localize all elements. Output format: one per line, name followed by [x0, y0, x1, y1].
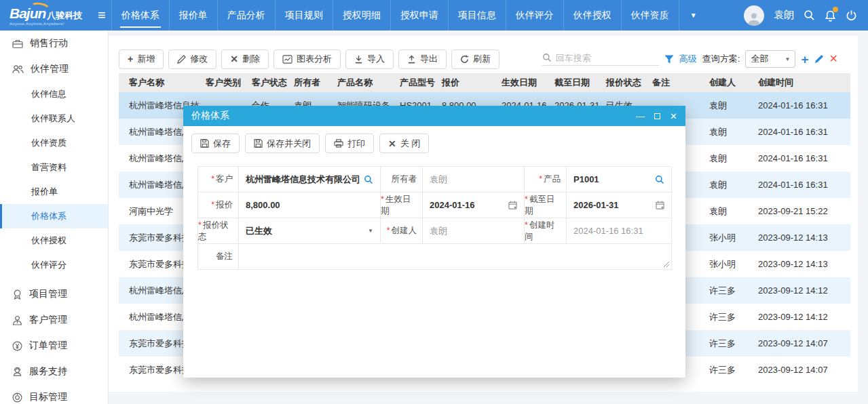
add-button[interactable]: + 新增 [119, 49, 164, 69]
column-header[interactable]: 报价状态 [601, 73, 647, 92]
menu-toggle-icon[interactable]: ≡ [98, 7, 106, 23]
table-cell[interactable]: 2024-01-16 16:31 [753, 171, 850, 198]
product-field[interactable]: P1001 [567, 167, 672, 193]
nav-tab[interactable]: 项目信息 [448, 0, 506, 31]
refresh-button[interactable]: 刷新 [451, 49, 499, 69]
column-header[interactable]: 所有者 [288, 73, 332, 92]
nav-tab[interactable]: 授权申请 [390, 0, 448, 31]
table-cell[interactable]: 袁朗 [704, 171, 753, 198]
search-input[interactable] [556, 53, 651, 63]
table-cell[interactable]: 张小明 [704, 251, 753, 277]
table-cell[interactable]: 2023-09-12 14:12 [753, 277, 850, 304]
customer-field[interactable]: 杭州雷峰塔信息技术有限公司 [239, 167, 381, 193]
table-cell[interactable]: 许三多 [704, 304, 753, 330]
column-header[interactable]: 产品名称 [332, 73, 394, 92]
effective-date-field[interactable]: 2024-01-16 [423, 193, 525, 218]
sidebar-item-child[interactable]: 伙伴授权 [0, 228, 108, 253]
table-cell[interactable]: 2023-09-12 14:13 [753, 251, 850, 277]
sidebar-item-group[interactable]: 销售行动 [0, 31, 108, 56]
save-button[interactable]: 保存 [191, 134, 240, 153]
save-and-close-button[interactable]: 保存并关闭 [245, 134, 320, 153]
current-username[interactable]: 袁朗 [774, 9, 794, 22]
nav-tab[interactable]: 授权明细 [333, 0, 390, 31]
remark-textarea[interactable] [239, 244, 672, 270]
nav-more-tab[interactable]: ▼ [679, 0, 708, 31]
sidebar-item-group[interactable]: 服务支持 [0, 359, 108, 384]
nav-tab[interactable]: 伙伴评分 [506, 0, 563, 31]
calendar-icon[interactable] [508, 201, 517, 209]
column-header[interactable]: 生效日期 [496, 73, 549, 92]
column-header[interactable]: 截至日期 [549, 73, 601, 92]
customer-lookup-icon[interactable] [364, 175, 373, 184]
print-button[interactable]: 打印 [325, 134, 374, 153]
sidebar-item-group[interactable]: 项目管理 [0, 281, 108, 307]
close-button[interactable]: ✕ 关 闭 [379, 134, 429, 153]
sidebar-item-group[interactable]: 订单管理 [0, 333, 108, 359]
column-header[interactable]: 创建时间 [753, 73, 850, 92]
price-field[interactable]: 8,800.00 [239, 193, 381, 218]
column-header[interactable]: 产品型号 [394, 73, 436, 92]
nav-tab[interactable]: 产品分析 [217, 0, 275, 31]
maximize-icon[interactable] [654, 113, 660, 119]
dialog-titlebar[interactable]: 价格体系 — ✕ [183, 106, 685, 126]
avatar[interactable] [744, 5, 764, 26]
table-cell[interactable]: 2024-01-16 16:31 [753, 145, 850, 171]
delete-query-plan-icon[interactable]: ✕ [829, 54, 838, 64]
advanced-search-link[interactable]: 高级 [679, 53, 697, 65]
calendar-icon[interactable] [656, 201, 664, 209]
column-header[interactable]: 备注 [647, 73, 704, 92]
minimize-icon[interactable]: — [636, 112, 645, 121]
table-cell[interactable]: 2023-09-12 14:12 [753, 304, 850, 330]
nav-tab[interactable]: 伙伴资质 [621, 0, 679, 31]
column-header[interactable]: 报价 [436, 73, 496, 92]
column-header[interactable]: 客户类别 [200, 73, 246, 92]
chart-analysis-button[interactable]: 图表分析 [273, 49, 341, 69]
nav-tab[interactable]: 伙伴授权 [563, 0, 621, 31]
product-lookup-icon[interactable] [655, 175, 664, 184]
table-cell[interactable]: 许三多 [704, 277, 753, 304]
status-select[interactable]: 已生效 ▼ [239, 218, 381, 244]
sidebar-item-child[interactable]: 首营资料 [0, 155, 108, 180]
filter-funnel-icon[interactable] [664, 55, 674, 64]
table-cell[interactable]: 2023-09-21 15:22 [753, 198, 850, 224]
table-cell[interactable]: 张小明 [704, 224, 753, 251]
end-date-field[interactable]: 2026-01-31 [567, 193, 672, 218]
sidebar-item-child[interactable]: 伙伴评分 [0, 253, 108, 277]
table-cell[interactable]: 2023-09-12 14:07 [753, 357, 850, 383]
edit-button[interactable]: 修改 [168, 49, 216, 69]
table-cell[interactable]: 2024-01-16 16:31 [753, 92, 850, 119]
import-button[interactable]: 导入 [345, 49, 394, 69]
sidebar-item-child[interactable]: 价格体系 [0, 204, 108, 228]
sidebar-item-child[interactable]: 伙伴信息 [0, 82, 108, 106]
add-query-plan-icon[interactable]: + [801, 53, 808, 66]
nav-tab[interactable]: 价格体系 [111, 0, 169, 31]
sidebar-item-child[interactable]: 伙伴资质 [0, 131, 108, 155]
nav-tab[interactable]: 报价单 [169, 0, 217, 31]
column-header[interactable]: 创建人 [704, 73, 753, 92]
sidebar-item-group[interactable]: 伙伴管理 [0, 56, 108, 82]
sidebar-item-group[interactable]: 客户管理 [0, 307, 108, 333]
table-cell[interactable]: 袁朗 [704, 119, 753, 145]
edit-query-plan-icon[interactable] [814, 54, 824, 64]
power-icon[interactable] [846, 9, 857, 21]
column-header[interactable]: 客户状态 [246, 73, 288, 92]
table-cell[interactable]: 袁朗 [704, 198, 753, 224]
column-header[interactable]: 客户名称 [119, 73, 200, 92]
table-cell[interactable]: 2024-01-16 16:31 [753, 119, 850, 145]
resize-handle-icon[interactable] [662, 260, 669, 267]
table-cell[interactable]: 2023-09-12 14:07 [753, 330, 850, 357]
table-cell[interactable]: 2023-09-12 14:13 [753, 224, 850, 251]
sidebar-item-child[interactable]: 报价单 [0, 180, 108, 204]
delete-button[interactable]: ✕ 删除 [221, 49, 269, 69]
notification-bell-icon[interactable] [825, 9, 836, 22]
nav-tab[interactable]: 项目规则 [275, 0, 333, 31]
query-plan-select[interactable]: 全部 ▼ [745, 50, 795, 68]
table-cell[interactable]: 袁朗 [704, 145, 753, 171]
table-cell[interactable]: 许三多 [704, 357, 753, 383]
close-icon[interactable]: ✕ [670, 112, 677, 121]
export-button[interactable]: 导出 [398, 49, 447, 69]
sidebar-item-group[interactable]: 目标管理 [0, 384, 108, 404]
table-cell[interactable]: 许三多 [704, 330, 753, 357]
search-icon[interactable] [804, 9, 815, 21]
table-cell[interactable]: 袁朗 [704, 92, 753, 119]
